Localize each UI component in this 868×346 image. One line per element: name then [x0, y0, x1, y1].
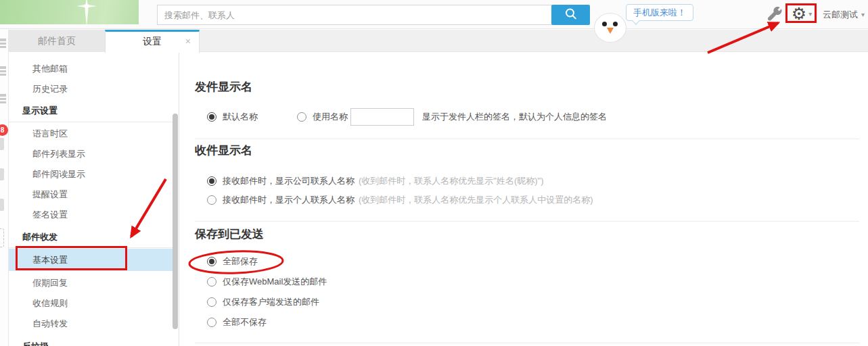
settings-content: 发件显示名 默认名称 使用名称 显示于发件人栏的签名，默认为个人信息的签名 收件… — [180, 52, 868, 346]
sender-name-option-row: 默认名称 使用名称 显示于发件人栏的签名，默认为个人信息的签名 — [207, 107, 607, 126]
personal-contact-hint: (收到邮件时，联系人名称优先显示个人联系人中设置的名称) — [359, 194, 593, 206]
clipped-folder-icon — [0, 138, 4, 150]
sidebar-divider — [9, 122, 173, 122]
sidebar-item-vacation-reply[interactable]: 假期回复 — [9, 273, 173, 293]
mobile-version-tooltip-text: 手机版来啦！ — [633, 7, 686, 18]
tab-mail-home-label: 邮件首页 — [38, 35, 76, 46]
sidebar-item-basic-settings[interactable]: 基本设置 — [9, 249, 173, 271]
radio-personal-contact-name-label[interactable]: 接收邮件时，显示个人联系人名称 — [223, 194, 355, 206]
save-option-row: 全部保存 — [207, 256, 258, 267]
sidebar-item-receiving-rules[interactable]: 收信规则 — [9, 293, 173, 314]
recipient-option-row: 接收邮件时，显示公司联系人名称 (收到邮件时，联系人名称优先显示"姓名(昵称)"… — [207, 176, 544, 187]
account-name: 云邮测试 — [823, 9, 858, 21]
tab-mail-home[interactable]: 邮件首页 — [9, 30, 105, 52]
sender-name-hint: 显示于发件人栏的签名，默认为个人信息的签名 — [422, 111, 607, 123]
save-option-row: 仅保存WebMail发送的邮件 — [207, 276, 327, 287]
sidebar-item-other-mailbox[interactable]: 其他邮箱 — [9, 59, 173, 79]
webmail-app: 手机版来啦！ ⚙ ▾ 云邮测试 ▾ 8 邮件首页 设置 — [0, 0, 868, 346]
close-icon[interactable]: × — [185, 32, 191, 51]
company-contact-hint: (收到邮件时，联系人名称优先显示"姓名(昵称)") — [359, 175, 544, 187]
section-divider — [195, 139, 859, 139]
radio-company-contact-name[interactable] — [207, 176, 216, 186]
sidebar-divider — [9, 247, 173, 248]
recipient-option-row: 接收邮件时，显示个人联系人名称 (收到邮件时，联系人名称优先显示个人联系人中设置… — [207, 195, 593, 205]
mascot-beak — [607, 28, 614, 34]
search-input[interactable] — [157, 5, 552, 25]
section-title-recipient-display-name: 收件显示名 — [195, 143, 252, 158]
radio-save-all[interactable] — [207, 257, 216, 266]
radio-company-contact-name-label[interactable]: 接收邮件时，显示公司联系人名称 — [223, 175, 355, 187]
clipped-dropzone — [0, 228, 4, 247]
settings-sidebar: 其他邮箱 历史记录 显示设置 语言时区 邮件列表显示 邮件阅读显示 提醒设置 签… — [9, 52, 179, 346]
gear-icon[interactable]: ⚙ — [792, 5, 806, 22]
sidebar-item-language-timezone[interactable]: 语言时区 — [9, 124, 173, 144]
sidebar-item-auto-forward[interactable]: 自动转发 — [9, 314, 173, 334]
mascot-eye — [613, 22, 618, 26]
wrench-icon[interactable] — [767, 6, 783, 22]
unread-badge: 8 — [0, 124, 8, 136]
mascot-avatar[interactable] — [594, 13, 626, 32]
clipped-folder-icon — [0, 199, 4, 211]
chevron-down-icon: ▾ — [808, 10, 812, 18]
logo-banner — [0, 0, 139, 24]
radio-save-webmail-only-label[interactable]: 仅保存WebMail发送的邮件 — [223, 276, 327, 288]
radio-save-webmail-only[interactable] — [207, 277, 216, 287]
tab-settings[interactable]: 设置 × — [105, 30, 200, 53]
sidebar-item-mail-reading-display[interactable]: 邮件阅读显示 — [9, 164, 173, 184]
radio-default-name-label[interactable]: 默认名称 — [223, 111, 258, 123]
sidebar-group-display-settings: 显示设置 — [9, 101, 173, 121]
tooltip-tail — [632, 17, 639, 24]
radio-custom-name-label[interactable]: 使用名称 — [313, 111, 348, 123]
clipped-label-fragment — [0, 39, 6, 48]
sidebar-scrollbar[interactable] — [173, 114, 178, 329]
chevron-down-icon: ▾ — [861, 11, 865, 18]
radio-custom-name[interactable] — [297, 112, 306, 122]
tab-settings-label: 设置 — [143, 36, 162, 47]
radio-default-name[interactable] — [207, 112, 216, 122]
section-divider — [195, 221, 859, 222]
sidebar-item-reminder-settings[interactable]: 提醒设置 — [9, 184, 173, 205]
search-box — [157, 5, 590, 25]
sidebar-item-mail-list-display[interactable]: 邮件列表显示 — [9, 144, 173, 164]
radio-personal-contact-name[interactable] — [207, 195, 216, 205]
section-title-save-to-sent: 保存到已发送 — [195, 226, 264, 242]
mascot-eye — [602, 22, 607, 26]
radio-save-client-only-label[interactable]: 仅保存客户端发送的邮件 — [223, 296, 319, 308]
top-header: 手机版来啦！ ⚙ ▾ 云邮测试 ▾ — [0, 0, 868, 29]
sidebar-group-mail-send-receive: 邮件收发 — [9, 227, 173, 247]
clipped-folder-icon — [0, 168, 4, 180]
radio-save-none-label[interactable]: 全部不保存 — [223, 316, 267, 328]
settings-menu-trigger[interactable]: ⚙ ▾ — [787, 4, 817, 23]
clipped-label-fragment — [0, 66, 6, 76]
custom-name-input[interactable] — [350, 108, 414, 126]
section-title-sender-display-name: 发件显示名 — [195, 79, 252, 95]
collapsed-folder-strip: 8 — [0, 30, 9, 346]
radio-save-all-label[interactable]: 全部保存 — [223, 255, 258, 268]
clipped-label-fragment — [0, 94, 6, 103]
mobile-version-tooltip[interactable]: 手机版来啦！ — [626, 4, 693, 21]
search-button[interactable] — [551, 5, 590, 25]
tab-bar: 邮件首页 设置 × — [9, 30, 868, 52]
sidebar-item-history[interactable]: 历史记录 — [9, 79, 173, 99]
save-option-row: 仅保存客户端发送的邮件 — [207, 297, 319, 307]
radio-save-none[interactable] — [207, 318, 216, 327]
section-divider — [195, 343, 859, 343]
radio-save-client-only[interactable] — [207, 297, 216, 307]
search-icon — [564, 7, 578, 22]
account-menu[interactable]: 云邮测试 ▾ — [823, 0, 865, 29]
sidebar-item-signature-settings[interactable]: 签名设置 — [9, 205, 173, 225]
sparkle-icon — [71, 0, 102, 27]
sidebar-group-anti-spam: 反垃圾 — [9, 337, 173, 346]
save-option-row: 全部不保存 — [207, 317, 267, 328]
